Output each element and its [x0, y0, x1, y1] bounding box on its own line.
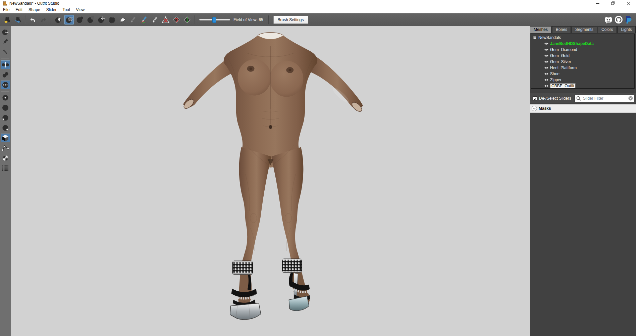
connected-vertices-icon[interactable] [1, 70, 10, 79]
chevron-down-icon[interactable] [531, 105, 537, 111]
tab-bones[interactable]: Bones [552, 26, 571, 33]
perspective-cube-icon[interactable] [1, 134, 10, 142]
solid-circle-brush-icon[interactable] [1, 103, 10, 112]
fov-slider-thumb[interactable] [212, 17, 216, 23]
eye-visible-icon[interactable] [544, 72, 549, 76]
clear-filter-icon[interactable] [628, 96, 633, 101]
restore-button[interactable] [605, 0, 621, 7]
view-toolbar [0, 26, 11, 336]
outfit-studio-window: NewSandals* - Outfit Studio File Edit Sh… [0, 0, 644, 336]
tab-lights[interactable]: Lights [618, 26, 636, 33]
deflate-brush-icon[interactable] [86, 15, 95, 25]
flip-edge-icon[interactable] [172, 15, 181, 25]
panel-empty-area [530, 113, 636, 336]
dot-center-brush-icon[interactable] [1, 93, 10, 102]
eye-visible-icon[interactable] [544, 78, 549, 82]
fov-label: Field of View: 65 [233, 17, 263, 22]
redo-icon[interactable] [39, 15, 48, 25]
shape-label-editing[interactable]: CBBE_Outfit [550, 83, 576, 89]
alpha-brush-icon[interactable] [150, 15, 160, 25]
shape-label: Gem_Gold [550, 53, 570, 58]
tree-item[interactable]: Gem_Diamond [531, 47, 634, 53]
eye-visible-icon[interactable] [544, 84, 549, 88]
mesh-tree: NewSandals JaneBodHDShapeData Gem_Diamon… [531, 34, 635, 89]
mask-brush-icon[interactable] [64, 15, 74, 25]
erase-brush-icon[interactable] [118, 15, 127, 25]
eye-visible-icon[interactable] [544, 42, 549, 45]
collapse-vertex-icon[interactable] [161, 15, 170, 25]
mirror-x-icon[interactable] [1, 60, 10, 69]
load-project-icon[interactable] [13, 15, 23, 25]
shape-label-active: JaneBodHDShapeData [550, 41, 594, 46]
pin-icon[interactable] [1, 38, 10, 46]
tab-segments[interactable]: Segments [572, 26, 597, 33]
viewport-3d[interactable] [11, 26, 530, 336]
slider-filter-bar: De-/Select Sliders [530, 93, 636, 103]
tree-item[interactable]: JaneBodHDShapeData [531, 41, 634, 47]
new-project-icon[interactable] [3, 15, 12, 25]
slider-filter-box [575, 95, 634, 102]
toolbar-separator [51, 15, 51, 24]
eye-visible-icon[interactable] [544, 66, 549, 69]
left-sandal [230, 261, 261, 320]
fov-slider[interactable] [199, 17, 230, 23]
tree-item[interactable]: Zipper [531, 77, 634, 83]
menu-shape[interactable]: Shape [25, 7, 43, 13]
toolbar-separator [194, 15, 195, 24]
sidebar-separator [1, 91, 9, 92]
select-brush-icon[interactable] [54, 15, 63, 25]
collapse-icon[interactable] [533, 36, 536, 39]
shape-label: Zipper [550, 78, 561, 82]
eye-visible-icon[interactable] [544, 48, 549, 51]
deselect-sliders-label: De-/Select Sliders [539, 96, 571, 101]
tree-item[interactable]: Heel_Plattform [531, 65, 634, 71]
weight-brush-icon[interactable] [129, 15, 138, 25]
panel-tab-bar: Meshes Bones Segments Colors Lights [530, 26, 636, 33]
deselect-sliders-checkbox[interactable] [533, 96, 537, 101]
tree-root-row[interactable]: NewSandals [531, 35, 634, 41]
bone-tool-icon[interactable] [1, 154, 10, 162]
rotate-view-icon[interactable] [1, 28, 10, 36]
undo-icon[interactable] [28, 15, 38, 25]
split-edge-icon[interactable] [182, 15, 192, 25]
tree-item[interactable]: CBBE_Outfit [531, 83, 634, 89]
grid-icon[interactable] [1, 164, 10, 173]
brush-settings-button[interactable]: Brush Settings [273, 16, 308, 24]
color-brush-icon[interactable] [140, 15, 149, 25]
smooth-brush-icon[interactable] [107, 15, 117, 25]
github-icon[interactable] [614, 15, 623, 24]
inflate-brush-icon[interactable] [75, 15, 85, 25]
eye-visible-icon[interactable] [544, 60, 549, 63]
model-figure [11, 26, 530, 336]
menu-bar: File Edit Shape Slider Tool View [0, 7, 636, 13]
menu-tool[interactable]: Tool [59, 7, 73, 13]
app-boot-icon [3, 1, 7, 6]
move-brush-icon[interactable] [97, 15, 106, 25]
screen-right-margin [636, 0, 644, 336]
dot-left-brush-icon[interactable] [1, 113, 10, 122]
dot-right-brush-icon[interactable] [1, 124, 10, 132]
paypal-icon[interactable] [624, 15, 633, 24]
menu-view[interactable]: View [73, 7, 88, 13]
three-dots-brush-icon[interactable] [1, 81, 10, 89]
menu-file[interactable]: File [0, 7, 12, 13]
menu-edit[interactable]: Edit [12, 7, 25, 13]
menu-slider[interactable]: Slider [43, 7, 60, 13]
masks-section-header[interactable]: Masks [530, 104, 636, 113]
discord-icon[interactable] [604, 15, 613, 24]
pencil-icon[interactable] [1, 48, 10, 56]
tree-item[interactable]: Gem_Gold [531, 53, 634, 59]
eye-visible-icon[interactable] [544, 54, 549, 57]
close-button[interactable] [621, 0, 636, 7]
slider-filter-input[interactable] [575, 95, 634, 102]
minimize-button[interactable] [590, 0, 605, 7]
tab-colors[interactable]: Colors [598, 26, 617, 33]
tree-item[interactable]: Gem_Silver [531, 59, 634, 65]
vertex-edit-icon[interactable] [1, 144, 10, 152]
search-icon [576, 96, 581, 101]
main-toolbar: Field of View: 65 Brush Settings [0, 13, 636, 26]
shape-label: Gem_Diamond [550, 47, 577, 52]
tree-item[interactable]: Shoe [531, 71, 634, 77]
tab-meshes[interactable]: Meshes [530, 26, 551, 33]
external-links [604, 15, 633, 24]
